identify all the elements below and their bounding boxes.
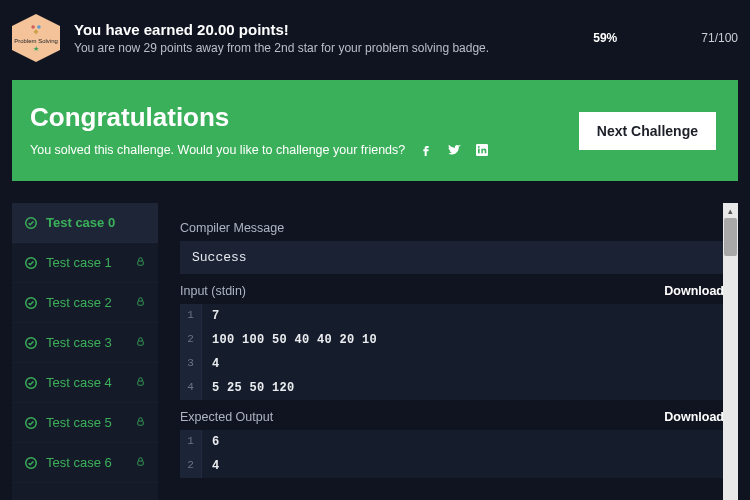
svg-rect-10 [138,301,144,305]
svg-point-0 [31,26,34,30]
lock-icon [135,256,146,269]
star-icon: ★ [33,45,39,53]
code-line: 2100 100 50 40 40 20 10 [180,328,724,352]
testcase-row-0[interactable]: Test case 0 [12,203,158,243]
code-line: 16 [180,430,724,454]
compiler-message: Success [180,241,724,274]
line-content: 100 100 50 40 40 20 10 [202,328,387,352]
badge-label: Problem Solving [14,38,58,45]
next-challenge-button[interactable]: Next Challenge [579,112,716,150]
testcase-row-3[interactable]: Test case 3 [12,323,158,363]
svg-rect-14 [138,381,144,385]
line-content: 5 25 50 120 [202,376,305,400]
svg-rect-16 [138,421,144,425]
line-number: 3 [180,352,202,376]
earned-subtitle: You are now 29 points away from the 2nd … [74,41,579,55]
problem-solving-badge: Problem Solving ★ [12,14,60,62]
results-panel: Test case 0Test case 1Test case 2Test ca… [12,203,738,500]
progress-score: 71/100 [701,31,738,45]
testcase-label: Test case 3 [46,335,112,350]
linkedin-icon[interactable] [473,141,491,159]
earned-text: You have earned 20.00 points! You are no… [74,21,579,55]
testcase-label: Test case 2 [46,295,112,310]
testcase-row-5[interactable]: Test case 5 [12,403,158,443]
testcase-label: Test case 6 [46,455,112,470]
check-icon [24,256,38,270]
check-icon [24,336,38,350]
line-number: 1 [180,430,202,454]
twitter-icon[interactable] [445,141,463,159]
lock-icon [135,376,146,389]
svg-rect-8 [138,261,144,265]
expected-label: Expected Output [180,410,273,424]
code-line: 17 [180,304,724,328]
check-icon [24,216,38,230]
testcase-detail: Compiler Message Success Input (stdin) D… [158,203,738,500]
testcase-label: Test case 0 [46,215,115,230]
check-icon [24,376,38,390]
scrollbar-thumb[interactable] [724,218,737,256]
input-label: Input (stdin) [180,284,246,298]
congrats-banner: Congratulations You solved this challeng… [12,80,738,181]
svg-rect-18 [138,461,144,465]
lock-icon [135,416,146,429]
testcase-row-4[interactable]: Test case 4 [12,363,158,403]
congrats-heading: Congratulations [30,102,491,133]
check-icon [24,296,38,310]
line-number: 1 [180,304,202,328]
badge-graphic-icon [29,23,43,37]
testcase-list: Test case 0Test case 1Test case 2Test ca… [12,203,158,500]
testcase-row-2[interactable]: Test case 2 [12,283,158,323]
testcase-label: Test case 1 [46,255,112,270]
earned-title: You have earned 20.00 points! [74,21,579,38]
code-line: 45 25 50 120 [180,376,724,400]
testcase-row-6[interactable]: Test case 6 [12,443,158,483]
line-number: 2 [180,328,202,352]
lock-icon [135,296,146,309]
testcase-label: Test case 5 [46,415,112,430]
code-line: 34 [180,352,724,376]
svg-rect-12 [138,341,144,345]
line-content: 4 [202,454,230,478]
check-icon [24,416,38,430]
line-content: 7 [202,304,230,328]
line-content: 4 [202,352,230,376]
download-input-link[interactable]: Download [664,284,724,298]
lock-icon [135,456,146,469]
scrollbar[interactable]: ▴ ▾ [723,203,738,500]
line-number: 4 [180,376,202,400]
check-icon [24,456,38,470]
progress-percent: 59% [593,31,687,45]
svg-rect-4 [478,149,480,154]
line-content: 6 [202,430,230,454]
expected-box: 1624 [180,430,724,478]
line-number: 2 [180,454,202,478]
download-expected-link[interactable]: Download [664,410,724,424]
scroll-up-icon[interactable]: ▴ [723,203,738,218]
lock-icon [135,336,146,349]
testcase-row-1[interactable]: Test case 1 [12,243,158,283]
input-box: 172100 100 50 40 40 20 103445 25 50 120 [180,304,724,400]
svg-point-1 [37,26,41,30]
svg-rect-2 [34,30,39,35]
facebook-icon[interactable] [417,141,435,159]
compiler-label: Compiler Message [180,221,284,235]
svg-point-5 [478,146,480,148]
points-banner: Problem Solving ★ You have earned 20.00 … [0,0,750,80]
code-line: 24 [180,454,724,478]
congrats-subtext: You solved this challenge. Would you lik… [30,143,405,157]
testcase-label: Test case 4 [46,375,112,390]
